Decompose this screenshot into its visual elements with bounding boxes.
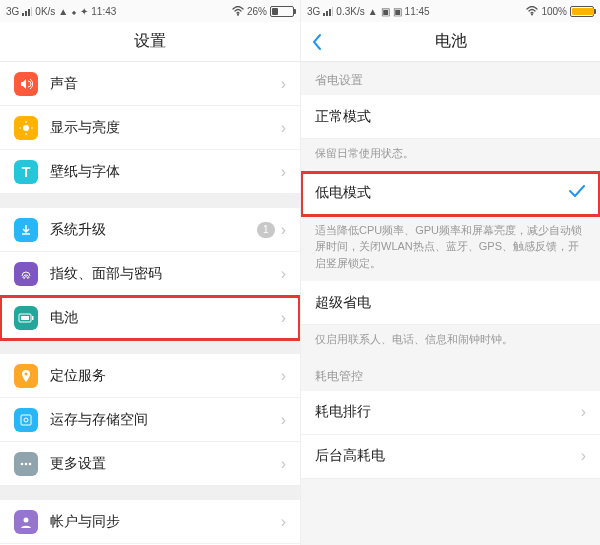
user-icon: [14, 510, 38, 534]
settings-row-7[interactable]: 运存与存储空间›: [0, 398, 300, 442]
network-label: 3G: [6, 6, 19, 17]
settings-row-label: 系统升级: [50, 221, 257, 239]
battery-pct: 26%: [247, 6, 267, 17]
battery-pct: 100%: [541, 6, 567, 17]
svg-point-16: [21, 462, 24, 465]
mode-low-label: 低电模式: [315, 184, 568, 202]
sun-icon: [14, 116, 38, 140]
warning-icon: ▲: [368, 6, 378, 17]
screenshot-icon: ▣: [381, 6, 390, 17]
chevron-right-icon: ›: [281, 265, 286, 283]
settings-row-8[interactable]: 更多设置›: [0, 442, 300, 486]
battery-icon: [270, 6, 294, 17]
warning-icon: ▲: [58, 6, 68, 17]
notif-icon: ⬥: [71, 6, 77, 17]
battery-screen: 3G 0.3K/s ▲ ▣ ▣ 11:45 100% 电池 省电设置: [300, 0, 600, 545]
chevron-right-icon: ›: [281, 75, 286, 93]
settings-row-6[interactable]: 定位服务›: [0, 354, 300, 398]
svg-point-5: [23, 125, 29, 131]
svg-rect-1: [25, 11, 27, 16]
network-label: 3G: [307, 6, 320, 17]
chevron-right-icon: ›: [281, 221, 286, 239]
page-title: 设置: [134, 31, 166, 52]
svg-rect-14: [21, 415, 31, 425]
settings-row-label: 帐户与同步: [50, 513, 281, 531]
mode-normal-row[interactable]: 正常模式: [301, 95, 600, 139]
chevron-right-icon: ›: [281, 455, 286, 473]
wifi-icon: [232, 6, 244, 16]
svg-rect-23: [329, 9, 331, 16]
settings-row-9[interactable]: 帐户与同步›: [0, 500, 300, 544]
settings-row-label: 更多设置: [50, 455, 281, 473]
settings-row-4[interactable]: 指纹、面部与密码›: [0, 252, 300, 296]
settings-row-label: 运存与存储空间: [50, 411, 281, 429]
signal-icon: [323, 6, 333, 16]
speed-label: 0K/s: [35, 6, 55, 17]
battery-content[interactable]: 省电设置 正常模式 保留日常使用状态。 低电模式 适当降低CPU频率、GPU频率…: [301, 62, 600, 545]
settings-row-0[interactable]: 声音›: [0, 62, 300, 106]
settings-row-1[interactable]: 显示与亮度›: [0, 106, 300, 150]
mode-low-row[interactable]: 低电模式: [301, 172, 600, 216]
chevron-right-icon: ›: [281, 367, 286, 385]
wifi-icon: [526, 6, 538, 16]
section-gap: [0, 194, 300, 208]
chevron-right-icon: ›: [281, 163, 286, 181]
nav-bar: 设置: [0, 22, 300, 62]
debug-icon: ▣: [393, 6, 402, 17]
battery-icon: [14, 306, 38, 330]
update-badge: 1: [257, 222, 275, 238]
signal-icon: [22, 6, 32, 16]
mode-normal-label: 正常模式: [315, 108, 586, 126]
section-gap: [0, 340, 300, 354]
svg-point-25: [531, 14, 533, 16]
chevron-right-icon: ›: [281, 513, 286, 531]
settings-screen: 3G 0K/s ▲ ⬥ ✦ 11:43 26% 设置 声音›显示与亮度›T壁纸与…: [0, 0, 300, 545]
svg-point-18: [29, 462, 32, 465]
row-bg-usage-label: 后台高耗电: [315, 447, 581, 465]
debug-icon: ✦: [80, 6, 88, 17]
time-label: 11:45: [405, 6, 430, 17]
speed-label: 0.3K/s: [336, 6, 364, 17]
settings-row-5[interactable]: 电池›: [0, 296, 300, 340]
svg-rect-24: [332, 7, 333, 16]
status-bar: 3G 0K/s ▲ ⬥ ✦ 11:43 26%: [0, 0, 300, 22]
finger-icon: [14, 262, 38, 286]
svg-point-4: [237, 14, 239, 16]
section-usage: 耗电管控: [301, 358, 600, 391]
settings-list[interactable]: 声音›显示与亮度›T壁纸与字体›系统升级1›指纹、面部与密码›电池›定位服务›运…: [0, 62, 300, 545]
mode-super-row[interactable]: 超级省电: [301, 281, 600, 325]
chevron-right-icon: ›: [281, 119, 286, 137]
nav-bar: 电池: [301, 22, 600, 62]
settings-row-label: 壁纸与字体: [50, 163, 281, 181]
download-icon: [14, 218, 38, 242]
battery-icon: [570, 6, 594, 17]
chevron-right-icon: ›: [281, 309, 286, 327]
page-title: 电池: [435, 31, 467, 52]
svg-point-17: [25, 462, 28, 465]
chevron-right-icon: ›: [581, 403, 586, 421]
mode-normal-desc: 保留日常使用状态。: [301, 139, 600, 172]
settings-row-3[interactable]: 系统升级1›: [0, 208, 300, 252]
row-bg-usage[interactable]: 后台高耗电 ›: [301, 435, 600, 479]
svg-point-19: [24, 517, 29, 522]
settings-row-2[interactable]: T壁纸与字体›: [0, 150, 300, 194]
disk-icon: [14, 408, 38, 432]
speaker-icon: [14, 72, 38, 96]
svg-point-13: [25, 372, 28, 375]
section-gap: [0, 486, 300, 500]
mode-super-label: 超级省电: [315, 294, 586, 312]
svg-point-15: [24, 418, 28, 422]
chevron-right-icon: ›: [281, 411, 286, 429]
svg-rect-22: [326, 11, 328, 16]
chevron-right-icon: ›: [581, 447, 586, 465]
pin-icon: [14, 364, 38, 388]
status-bar: 3G 0.3K/s ▲ ▣ ▣ 11:45 100%: [301, 0, 600, 22]
svg-rect-11: [21, 316, 29, 320]
check-icon: [568, 184, 586, 202]
row-usage-rank[interactable]: 耗电排行 ›: [301, 391, 600, 435]
settings-row-label: 指纹、面部与密码: [50, 265, 281, 283]
svg-rect-12: [32, 316, 34, 320]
mode-low-desc: 适当降低CPU频率、GPU频率和屏幕亮度，减少自动锁屏时间，关闭WLAN热点、蓝…: [301, 216, 600, 282]
back-button[interactable]: [311, 22, 323, 62]
time-label: 11:43: [91, 6, 116, 17]
